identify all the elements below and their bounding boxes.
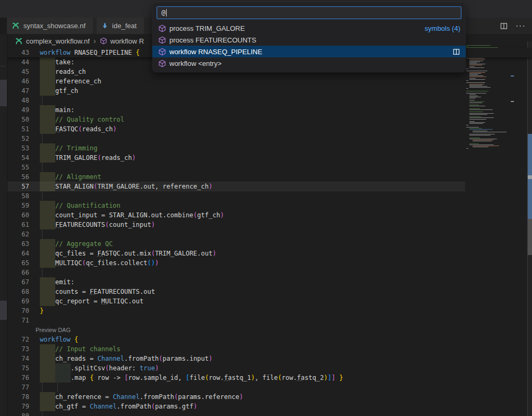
line-number: 45 — [7, 67, 29, 77]
code-text: } — [40, 306, 44, 316]
code-line[interactable]: 55 — [0, 163, 532, 172]
minimap-line — [473, 131, 487, 131]
minimap-line — [469, 63, 477, 63]
minimap-line — [469, 61, 483, 61]
code-line[interactable]: 66 — [0, 268, 532, 277]
code-line[interactable]: 74ch_reads = Channel.fromPath(params.inp… — [0, 354, 532, 363]
scrollbar[interactable] — [527, 41, 532, 416]
code-text: .splitCsv(header: true) — [71, 363, 159, 373]
line-number: 74 — [7, 354, 29, 363]
quick-open-item[interactable]: process TRIM_GALOREsymbols (4) — [152, 22, 466, 34]
code-line[interactable]: 54TRIM_GALORE(reads_ch) — [0, 153, 532, 163]
code-line[interactable]: 50// Quality control — [0, 115, 532, 124]
code-line[interactable]: 63// Aggregate QC — [0, 239, 532, 249]
minimap-line — [466, 55, 496, 55]
minimap-line — [466, 46, 468, 47]
minimap-line — [473, 140, 494, 140]
indent-guide — [42, 134, 42, 143]
scrollbar-slider[interactable] — [528, 219, 532, 255]
code-line[interactable]: 60count_input = STAR_ALIGN.out.combine(g… — [0, 210, 532, 220]
line-number: 59 — [7, 201, 29, 210]
indent-highlight — [40, 277, 55, 287]
code-line[interactable]: 77 — [0, 383, 532, 392]
minimap-line — [466, 88, 468, 89]
code-line[interactable]: 68counts = FEATURECOUNTS.out — [0, 287, 532, 296]
symbol-method-icon — [158, 36, 166, 44]
minimap-line — [466, 82, 485, 83]
quick-open-item[interactable]: process FEATURECOUNTS — [152, 34, 466, 46]
code-line[interactable]: 47gtf_ch — [0, 86, 532, 96]
code-line[interactable]: 46reference_ch — [0, 77, 532, 86]
tab-ide-features[interactable]: ide_feat — [97, 18, 144, 34]
code-line[interactable]: 72workflow { — [0, 335, 532, 344]
quick-open-panel: @ process TRIM_GALOREsymbols (4)process … — [152, 2, 466, 72]
breadcrumb-symbol[interactable]: workflow R — [110, 37, 144, 45]
indent-highlight — [40, 220, 55, 230]
minimap-line — [466, 80, 468, 81]
code-line[interactable]: 62 — [0, 230, 532, 239]
breadcrumb-file[interactable]: complex_workflow.nf — [26, 37, 90, 45]
indent-highlight — [40, 172, 55, 182]
minimap-line — [466, 45, 491, 46]
line-number: 54 — [7, 153, 29, 163]
code-line[interactable]: 52 — [0, 134, 532, 143]
code-line[interactable]: 73// Input channels — [0, 344, 532, 354]
code-line[interactable]: 70} — [0, 306, 532, 316]
code-line[interactable]: 51FASTQC(reads_ch) — [0, 124, 532, 134]
code-line[interactable]: 75.splitCsv(header: true) — [0, 363, 532, 373]
code-line[interactable]: 49main: — [0, 105, 532, 115]
quick-open-item[interactable]: workflow RNASEQ_PIPELINE — [152, 46, 466, 57]
line-number: 80 — [7, 411, 29, 416]
code-text: // Quality control — [55, 115, 124, 124]
code-line[interactable]: 61FEATURECOUNTS(count_input) — [0, 220, 532, 230]
minimap-line — [469, 129, 493, 130]
code-line[interactable]: 53// Trimming — [0, 143, 532, 153]
code-line[interactable]: 59// Quantification — [0, 201, 532, 210]
code-line[interactable]: 58 — [0, 191, 532, 201]
more-actions-icon[interactable]: ··· — [516, 23, 526, 29]
line-number: 44 — [7, 57, 29, 67]
code-text: emit: — [55, 277, 74, 287]
code-line[interactable]: 67emit: — [0, 277, 532, 287]
code-line[interactable]: 57STAR_ALIGN(TRIM_GALORE.out, reference_… — [0, 182, 532, 191]
minimap-line — [469, 74, 478, 75]
code-text: qc_report = MULTIQC.out — [55, 296, 143, 306]
quick-open-input[interactable]: @ — [157, 6, 461, 19]
split-editor-icon[interactable] — [500, 22, 508, 30]
open-to-side-icon[interactable] — [452, 48, 460, 56]
code-line[interactable]: 56// Alignment — [0, 172, 532, 182]
code-line[interactable]: 65MULTIQC(qc_files.collect()) — [0, 258, 532, 268]
indent-highlight — [40, 201, 55, 210]
code-line[interactable]: 79ch_gtf = Channel.fromPath(params.gtf) — [0, 402, 532, 411]
indent-highlight — [40, 287, 55, 296]
minimap[interactable] — [466, 45, 518, 167]
overview-decoration — [528, 134, 532, 175]
overflow-dots: ··· — [1, 64, 6, 68]
code-line[interactable]: 69qc_report = MULTIQC.out — [0, 296, 532, 306]
codelens-preview-dag[interactable]: Preview DAG — [36, 325, 248, 335]
text-cursor — [166, 9, 167, 16]
minimap-line — [469, 100, 475, 100]
code-line[interactable]: 78ch_reference = Channel.fromPath(params… — [0, 392, 532, 402]
minimap-line — [466, 93, 486, 94]
indent-highlight — [40, 86, 55, 96]
line-number: 60 — [7, 210, 29, 220]
tab-syntax-showcase[interactable]: syntax_showcase.nf — [7, 18, 93, 34]
tab-label: ide_feat — [112, 22, 136, 30]
minimap-line — [469, 112, 483, 112]
minimap-line — [469, 106, 485, 106]
code-line[interactable]: 80 — [0, 411, 532, 416]
line-number: 65 — [7, 258, 29, 268]
minimap-line — [466, 58, 484, 58]
code-line[interactable]: 76.map { row -> [row.sample_id, [file(ro… — [0, 373, 532, 383]
indent-guide — [57, 383, 58, 392]
minimap-line — [469, 135, 491, 135]
code-line[interactable]: 48 — [0, 96, 532, 105]
indent-highlight — [40, 124, 55, 134]
nextflow-icon — [12, 22, 20, 30]
code-line[interactable]: 71 — [0, 316, 532, 325]
quick-open-item[interactable]: workflow <entry> — [152, 57, 466, 69]
code-text: gtf_ch — [55, 86, 78, 96]
code-line[interactable]: 64qc_files = FASTQC.out.mix(TRIM_GALORE.… — [0, 249, 532, 258]
minimap-line — [469, 75, 483, 76]
